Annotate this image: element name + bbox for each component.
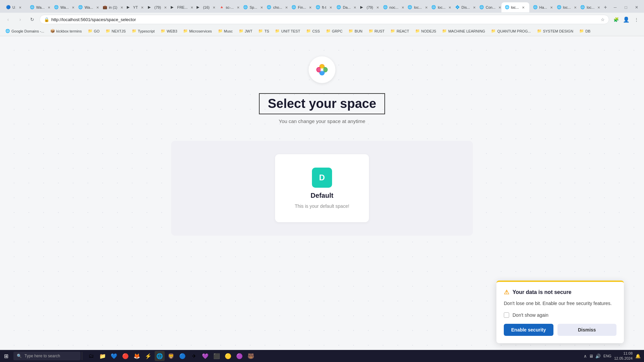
taskbar-app-brave[interactable]: 🦁 xyxy=(166,351,176,361)
tab-close[interactable]: ✕ xyxy=(17,5,23,10)
bookmark-system-design[interactable]: 📁SYSTEM DESIGN xyxy=(534,28,576,34)
address-bar[interactable]: 🔒 http://localhost:5601/spaces/space_sel… xyxy=(40,15,609,24)
taskbar-app-code[interactable]: 💙 xyxy=(109,351,119,361)
start-button[interactable]: ⊞ xyxy=(0,350,12,362)
new-tab-button[interactable]: + xyxy=(601,3,610,12)
bookmark-microservices[interactable]: 📁Microservices xyxy=(180,28,214,34)
tab-24[interactable]: 🌐loc...✕ xyxy=(553,2,577,12)
tab-10[interactable]: 🔺sc-...✕ xyxy=(216,2,239,12)
taskbar-app-folder[interactable]: 📁 xyxy=(98,351,108,361)
bookmark-bun[interactable]: 📁BUN xyxy=(346,28,365,34)
chevron-up-icon[interactable]: ∧ xyxy=(584,354,587,359)
bookmark-typescript[interactable]: 📁Typescript xyxy=(129,28,157,34)
tab-2[interactable]: 🌐Wa...✕ xyxy=(26,2,50,12)
bookmark-ts[interactable]: 📁TS xyxy=(256,28,272,34)
space-card-default[interactable]: D Default This is your default space! xyxy=(275,154,369,222)
tab-11[interactable]: 🌐Sp...✕ xyxy=(240,2,263,12)
dismiss-button[interactable]: Dismiss xyxy=(557,324,617,336)
taskbar-search-box[interactable]: 🔍 Type here to search xyxy=(13,352,80,360)
taskbar-app-misc2[interactable]: 🟡 xyxy=(223,351,233,361)
tab-25[interactable]: 🌐loc...✕ xyxy=(577,2,600,12)
taskbar-app-opera[interactable]: 🔵 xyxy=(177,351,187,361)
taskbar-app-browser1[interactable]: 🔴 xyxy=(120,351,130,361)
bookmark-musc[interactable]: 📁Musc xyxy=(215,28,235,34)
bookmark-rust[interactable]: 📁RUST xyxy=(366,28,387,34)
tab-8[interactable]: ▶FRE...✕ xyxy=(167,2,193,12)
svg-point-5 xyxy=(320,65,324,69)
tab-7[interactable]: ▶(79)✕ xyxy=(145,2,167,12)
tab-13[interactable]: 🌐Fin...✕ xyxy=(288,2,312,12)
reload-button[interactable]: ↻ xyxy=(28,15,37,24)
tab-12[interactable]: 🌐cho...✕ xyxy=(263,2,288,12)
tab-3[interactable]: 🌐Wa...✕ xyxy=(51,2,74,12)
bookmark-web3[interactable]: 📁WEB3 xyxy=(158,28,180,34)
bookmark-google-domains[interactable]: 🌐Google Domains -... xyxy=(3,28,47,34)
extensions-button[interactable]: 🧩 xyxy=(612,15,621,24)
tab-9[interactable]: ▶(16)✕ xyxy=(193,2,216,12)
bookmark-react[interactable]: 📁REACT xyxy=(388,28,412,34)
bookmark-unit-test[interactable]: 📁UNIT TEST xyxy=(272,28,303,34)
taskbar-app-chrome[interactable]: 🌐 xyxy=(155,351,165,361)
tab-14[interactable]: 🌐ft-t✕ xyxy=(312,2,333,12)
tab-18[interactable]: 🌐loc...✕ xyxy=(404,2,428,12)
profile-button[interactable]: 👤 xyxy=(622,15,631,24)
dont-show-again-checkbox[interactable] xyxy=(504,312,509,318)
maximize-button[interactable]: □ xyxy=(621,3,631,12)
svg-point-8 xyxy=(317,68,321,72)
bookmark-ml[interactable]: 📁MACHINE LEARNING xyxy=(439,28,488,34)
bookmark-grpc[interactable]: 📁GRPC xyxy=(323,28,345,34)
windows-icon: ⊞ xyxy=(4,353,8,359)
bookmark-star-icon[interactable]: ☆ xyxy=(601,17,605,22)
dont-show-again-label[interactable]: Don't show again xyxy=(513,312,548,318)
address-url: http://localhost:5601/spaces/space_selec… xyxy=(51,17,599,22)
taskbar-apps-row: 🗂 📁 💙 🔴 🦊 ⚡ 🌐 🦁 🔵 ✈ 💜 ⬛ 🟡 🟣 🐻 xyxy=(84,351,259,361)
taskbar-divider-1 xyxy=(82,352,82,360)
clock[interactable]: 11:08 12.05.2024 xyxy=(614,351,633,361)
tab-16[interactable]: ▶(79)✕ xyxy=(357,2,379,12)
taskbar-app-misc3[interactable]: 🟣 xyxy=(234,351,245,361)
tab-5[interactable]: 💼in (1)✕ xyxy=(99,2,123,12)
taskbar-app-telegram[interactable]: ✈ xyxy=(189,351,199,361)
svg-point-7 xyxy=(320,71,324,75)
tab-19[interactable]: 🌐loc...✕ xyxy=(428,2,451,12)
tab-20[interactable]: 💠Dis...✕ xyxy=(452,2,476,12)
tab-15[interactable]: 🌐Da...✕ xyxy=(333,2,357,12)
tab-4[interactable]: 🌐Wa...✕ xyxy=(75,2,99,12)
back-button[interactable]: ‹ xyxy=(3,15,13,24)
minimize-button[interactable]: ─ xyxy=(610,3,620,12)
time-display: 11:08 xyxy=(623,351,633,356)
bookmark-db[interactable]: 📁DB xyxy=(577,28,593,34)
volume-icon[interactable]: 🔊 xyxy=(595,354,601,359)
tab-23[interactable]: 🌐Ha...✕ xyxy=(530,2,553,12)
forward-button[interactable]: › xyxy=(15,15,25,24)
taskbar-app-viber[interactable]: 💜 xyxy=(200,351,210,361)
bookmark-kickbox[interactable]: 📦kickbox termins xyxy=(48,28,85,34)
browser-chrome: 🔵 Un... ✕ 🌐Wa...✕ 🌐Wa...✕ 🌐Wa...✕ 💼in (1… xyxy=(0,0,644,36)
logo-container xyxy=(309,56,335,83)
notification-bell-icon[interactable]: 🔔 xyxy=(635,354,641,359)
bookmark-quantum[interactable]: 📁QUANTUM PROG... xyxy=(488,28,533,34)
bookmark-jwt[interactable]: 📁JWT xyxy=(236,28,255,34)
taskbar-app-misc4[interactable]: 🐻 xyxy=(246,351,256,361)
tab-6[interactable]: ▶YT✕ xyxy=(123,2,145,12)
bookmark-nodejs[interactable]: 📁NODEJS xyxy=(413,28,439,34)
bookmark-nextjs[interactable]: 📁NEXTJS xyxy=(103,28,128,34)
taskbar-app-lightning[interactable]: ⚡ xyxy=(143,351,153,361)
tab-17[interactable]: 🌐noc...✕ xyxy=(380,2,404,12)
tab-active[interactable]: 🌐loc...✕ xyxy=(501,2,529,12)
taskbar-app-misc1[interactable]: ⬛ xyxy=(212,351,222,361)
security-notification-title: ⚠ Your data is not secure xyxy=(504,289,616,296)
bookmark-go[interactable]: 📁GO xyxy=(85,28,102,34)
enable-security-button[interactable]: Enable security xyxy=(504,324,553,336)
page-content: Select your space You can change your sp… xyxy=(0,36,644,236)
main-content: Select your space You can change your sp… xyxy=(0,36,644,350)
network-icon[interactable]: 🖥 xyxy=(589,354,593,359)
taskbar-app-explorer[interactable]: 🗂 xyxy=(86,351,96,361)
taskbar-app-firefox[interactable]: 🦊 xyxy=(132,351,142,361)
menu-button[interactable]: ⋮ xyxy=(632,15,641,24)
tab-21[interactable]: 🌐Con...✕ xyxy=(476,2,501,12)
bookmark-css[interactable]: 📁CSS xyxy=(304,28,323,34)
search-icon: 🔍 xyxy=(17,354,22,358)
tab-1[interactable]: 🔵 Un... ✕ xyxy=(3,2,26,12)
close-button[interactable]: ✕ xyxy=(632,3,641,12)
